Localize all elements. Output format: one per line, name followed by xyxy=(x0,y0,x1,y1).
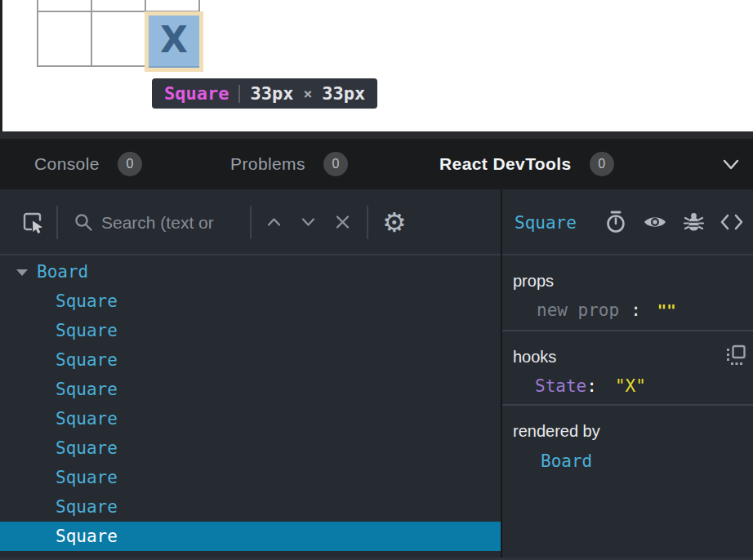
profiler-stopwatch-icon[interactable] xyxy=(604,210,627,234)
hook-state-name: State xyxy=(535,376,586,396)
toolbar-divider xyxy=(250,206,252,239)
tree-row-square[interactable]: Square xyxy=(0,345,501,375)
tree-row-label: Square xyxy=(0,497,118,517)
tooltip-tag-name: Square xyxy=(164,83,229,104)
tree-row-square[interactable]: Square xyxy=(0,433,501,463)
new-prop-input[interactable]: new prop xyxy=(537,300,619,320)
tooltip-height: 33px xyxy=(322,83,365,104)
tree-row-square[interactable]: Square xyxy=(0,463,501,492)
drawer-top-edge xyxy=(0,131,753,139)
details-panel: props new prop : "" hooks State xyxy=(502,256,753,558)
tree-row-board[interactable]: Board xyxy=(0,257,501,287)
tree-row-label: Square xyxy=(0,409,118,429)
tree-row-label: Square xyxy=(0,468,118,487)
board-cell[interactable] xyxy=(38,12,91,65)
gear-icon[interactable]: ⚙ xyxy=(382,208,407,235)
tree-row-label: Square xyxy=(0,527,118,546)
tree-row-label: Square xyxy=(0,350,118,370)
rendered-by-section: rendered by Board xyxy=(502,406,753,504)
hooks-section: hooks State : "X" xyxy=(502,331,753,406)
component-tree: Board Square Square Square Square Square… xyxy=(0,256,501,558)
tab-react-devtools[interactable]: React DevTools 0 xyxy=(439,139,614,189)
board-cell[interactable] xyxy=(92,0,145,11)
board-cell[interactable] xyxy=(92,12,145,65)
tab-react-devtools-label: React DevTools xyxy=(439,154,572,174)
toolbar-divider xyxy=(367,206,368,239)
tab-console-badge: 0 xyxy=(118,152,142,176)
previous-result-icon[interactable] xyxy=(265,212,283,231)
props-section: props new prop : "" xyxy=(502,256,753,331)
devtools-screen: X Square 33px × 33px Console 0 Problems … xyxy=(0,0,753,560)
tree-row-square[interactable]: Square xyxy=(0,404,501,433)
search-icon xyxy=(74,212,93,232)
inspect-tooltip: Square 33px × 33px xyxy=(152,78,377,109)
tab-console-label: Console xyxy=(34,154,100,174)
square-value-x: X xyxy=(160,22,188,61)
tab-react-devtools-badge: 0 xyxy=(590,152,614,176)
react-devtools-toolbar: ⚙ Square xyxy=(0,189,753,256)
selected-component-name: Square xyxy=(515,189,577,256)
search-input[interactable] xyxy=(101,189,247,256)
view-source-brackets-icon[interactable] xyxy=(719,211,745,233)
rendered-by-owner-link[interactable]: Board xyxy=(513,451,753,471)
hook-colon: : xyxy=(586,376,597,396)
tree-row-square[interactable]: Square xyxy=(0,375,501,404)
tooltip-times-sign: × xyxy=(303,85,312,102)
tree-row-square[interactable]: Square xyxy=(0,316,501,345)
tree-row-label: Square xyxy=(0,291,118,311)
tree-row-square[interactable]: Square xyxy=(0,492,501,522)
hook-state-value[interactable]: "X" xyxy=(615,376,646,396)
debug-bug-icon[interactable] xyxy=(683,211,705,233)
browser-page: X Square 33px × 33px xyxy=(0,0,753,131)
board-cell[interactable] xyxy=(38,0,91,11)
board-cell[interactable] xyxy=(146,0,198,11)
props-title: props xyxy=(513,272,753,291)
tree-row-square-selected[interactable]: Square xyxy=(0,522,501,551)
drawer-tabbar: Console 0 Problems 0 React DevTools 0 xyxy=(0,139,753,189)
tab-problems-label: Problems xyxy=(230,154,305,174)
parse-hook-names-icon[interactable] xyxy=(725,344,746,366)
tab-problems[interactable]: Problems 0 xyxy=(230,139,348,189)
next-result-icon[interactable] xyxy=(299,212,318,231)
view-dom-eye-icon[interactable] xyxy=(643,212,667,232)
props-colon: : xyxy=(630,300,641,320)
inspect-element-icon[interactable] xyxy=(21,210,44,233)
tree-row-square[interactable]: Square xyxy=(0,287,501,316)
tooltip-width: 33px xyxy=(250,83,293,104)
inspect-highlight-overlay[interactable]: X xyxy=(145,11,203,72)
tree-row-label: Square xyxy=(0,321,118,340)
new-prop-value-input[interactable]: "" xyxy=(657,301,676,319)
expander-triangle-icon[interactable] xyxy=(16,269,28,276)
tab-console[interactable]: Console 0 xyxy=(34,139,142,189)
tab-problems-badge: 0 xyxy=(323,152,348,176)
tree-row-label: Square xyxy=(0,380,118,399)
toolbar-divider xyxy=(56,206,58,239)
hooks-title: hooks xyxy=(513,348,753,367)
rendered-by-title: rendered by xyxy=(513,422,753,441)
tooltip-divider xyxy=(238,85,240,103)
chevron-down-icon[interactable] xyxy=(722,158,740,171)
clear-search-icon[interactable] xyxy=(333,212,352,231)
tree-row-label: Square xyxy=(0,438,118,458)
tree-row-label: Board xyxy=(0,262,88,282)
